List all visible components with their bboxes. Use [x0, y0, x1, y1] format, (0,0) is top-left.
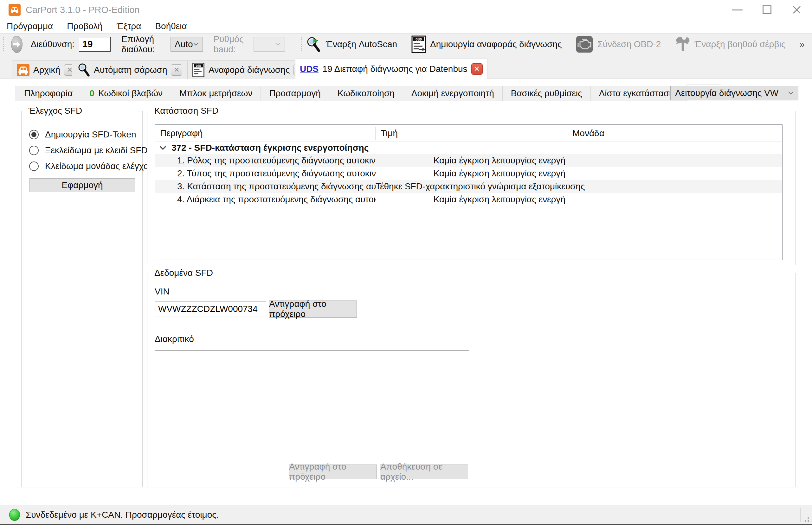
toolbar-overflow-chevron[interactable]: » [799, 39, 805, 50]
statusbar: Συνδεδεμένο με K+CAN. Προσαρμογέας έτοιμ… [0, 505, 812, 524]
connect-arrow-button[interactable] [11, 36, 23, 53]
sfd-status-legend: Κατάσταση SFD [152, 106, 221, 116]
tab-autoscan[interactable]: Αυτόματη σάρωση ✕ [72, 60, 187, 79]
statusbar-separator [800, 508, 801, 522]
service-assistant-button: Έναρξη βοηθού σέρβις [675, 35, 785, 53]
tab-home[interactable]: Αρχική ✕ [12, 60, 80, 79]
subtab-adaptation[interactable]: Προσαρμογή [261, 86, 329, 101]
chevron-down-icon [193, 42, 199, 46]
subtab-adaptation-label: Προσαρμογή [269, 88, 320, 99]
row-description: 4. Διάρκεια της προστατευόμενης διάγνωση… [155, 194, 376, 205]
subtab-coding[interactable]: Κωδικοποίηση [329, 86, 403, 101]
diagnosis-mode-value: Λειτουργία διάγνωσης VW [675, 88, 779, 98]
menu-help[interactable]: Βοήθεια [155, 21, 187, 31]
menu-view[interactable]: Προβολή [67, 21, 102, 31]
autoscan-button[interactable]: Έναρξη AutoScan [306, 36, 397, 52]
tab-autoscan-close-icon[interactable]: ✕ [171, 64, 182, 76]
tab-report[interactable]: OBD Αναφορά διάγνωσης ✕ [187, 60, 310, 79]
copy-token-button: Αντιγραφή στο πρόχειρο [289, 465, 377, 479]
radio-selected-icon [29, 130, 39, 139]
vin-input[interactable] [155, 301, 266, 317]
toolbar: Διεύθυνση: Επιλογή διαύλου: Auto Ρυθμός … [0, 33, 812, 55]
sfd-data-group: Δεδομένα SFD VIN Αντιγραφή στο πρόχειρο … [147, 273, 796, 487]
table-row[interactable]: 3. Κατάσταση της προστατευόμενης διάγνωσ… [155, 180, 782, 193]
tab-autoscan-label: Αυτόματη σάρωση [94, 65, 167, 75]
toolbar-grip [3, 37, 4, 51]
column-header-unit[interactable]: Μονάδα [567, 125, 782, 141]
subtab-info[interactable]: Πληροφορία [16, 86, 81, 101]
uds-tab-page: Πληροφορία 0Κωδικοί βλαβών Μπλοκ μετρήσε… [0, 79, 812, 505]
toolbar-separator [297, 36, 297, 53]
radio-icon [29, 146, 39, 155]
column-header-description[interactable]: Περιγραφή [155, 125, 376, 141]
svg-text:OBD: OBD [196, 64, 201, 68]
obd2-label: Σύνδεση OBD-2 [597, 39, 661, 49]
close-button[interactable] [782, 0, 812, 19]
maximize-icon [763, 5, 771, 14]
baud-select [253, 37, 285, 51]
baud-label: Ρυθμός baud: [214, 34, 249, 55]
tab-report-label: Αναφορά διάγνωσης [208, 65, 290, 75]
address-label: Διεύθυνση: [31, 39, 74, 49]
titlebar: CarPort 3.1.0 - PRO-Edition [0, 0, 812, 19]
magnifier-icon [77, 63, 90, 77]
car-icon [17, 64, 29, 76]
row-value: Καμία έγκριση λειτουργίας ενεργή [376, 155, 567, 166]
subtab-dtc[interactable]: 0Κωδικοί βλαβών [81, 86, 171, 101]
table-row[interactable]: 4. Διάρκεια της προστατευόμενης διάγνωση… [155, 193, 782, 206]
svg-text:OBD: OBD [416, 38, 422, 42]
diagnosis-mode-select[interactable]: Λειτουργία διάγνωσης VW [670, 86, 798, 100]
table-row[interactable]: 2. Τύπος της προστατευόμενης διάγνωσης α… [155, 167, 782, 180]
sfd-status-group: Κατάσταση SFD Περιγραφή Τιμή Μονάδα 372 … [147, 111, 796, 265]
radio-lock-control-unit-label: Κλείδωμα μονάδας ελέγχου [45, 161, 154, 171]
subtab-actuator-label: Δοκιμή ενεργοποιητή [411, 88, 494, 99]
row-description: 2. Τύπος της προστατευόμενης διάγνωσης α… [155, 168, 376, 179]
row-description: 3. Κατάσταση της προστατευόμενης διάγνωσ… [155, 181, 376, 192]
table-group-row-label: 372 - SFD-κατάσταση έγκρισης ενεργοποίησ… [172, 143, 368, 153]
radio-create-sfd-token-label: Δημιουργία SFD-Token [45, 130, 136, 140]
menu-extras[interactable]: Έξτρα [117, 21, 141, 31]
obd-report-icon: OBD [192, 62, 205, 78]
subtab-basic-settings[interactable]: Βασικές ρυθμίσεις [502, 86, 591, 101]
sfd-page-panel: Έλεγχος SFD Δημιουργία SFD-Token Ξεκλείδ… [13, 101, 799, 488]
tab-home-label: Αρχική [33, 65, 60, 75]
sfd-status-table[interactable]: Περιγραφή Τιμή Μονάδα 372 - SFD-κατάστασ… [155, 124, 783, 260]
subtab-measuring-blocks[interactable]: Μπλοκ μετρήσεων [171, 86, 261, 101]
table-group-row[interactable]: 372 - SFD-κατάσταση έγκρισης ενεργοποίησ… [155, 142, 782, 154]
radio-icon [29, 162, 39, 171]
channel-select-value: Auto [175, 39, 193, 49]
maximize-button[interactable] [752, 0, 782, 19]
main-tabstrip: Αρχική ✕ Αυτόματη σάρωση ✕ OBD Αναφορά δ… [0, 55, 812, 79]
radio-create-sfd-token[interactable]: Δημιουργία SFD-Token [29, 130, 136, 140]
obd-report-icon: OBD [411, 35, 426, 53]
row-value: Τέθηκε SFD-χαρακτηριστικό γνώρισμα εξατο… [376, 181, 567, 192]
copy-vin-button[interactable]: Αντιγραφή στο πρόχειρο [269, 300, 357, 318]
uds-badge: UDS [300, 64, 319, 74]
address-input[interactable] [79, 37, 111, 51]
column-header-value[interactable]: Τιμή [376, 125, 567, 141]
tab-uds-active[interactable]: UDS 19 Διεπαφή διάγνωσης για Datenbus ✕ [295, 59, 488, 79]
autoscan-magnifier-icon [306, 36, 322, 52]
menu-program[interactable]: Πρόγραμμα [7, 21, 53, 31]
channel-select[interactable]: Auto [171, 37, 203, 51]
subtab-blocks-label: Μπλοκ μετρήσεων [179, 88, 252, 99]
radio-lock-control-unit[interactable]: Κλείδωμα μονάδας ελέγχου [29, 161, 154, 171]
table-row[interactable]: 1. Ρόλος της προστατευόμενης διάγνωσης α… [155, 154, 782, 167]
sfd-control-legend: Έλεγχος SFD [26, 106, 85, 116]
resize-grip[interactable] [802, 515, 810, 523]
diagnostic-subtabs: Πληροφορία 0Κωδικοί βλαβών Μπλοκ μετρήσε… [16, 86, 721, 102]
tab-uds-close-icon[interactable]: ✕ [471, 63, 483, 75]
sfd-data-legend: Δεδομένα SFD [152, 268, 216, 278]
row-value: Καμία έγκριση λειτουργίας ενεργή [376, 168, 567, 179]
apply-button[interactable]: Εφαρμογή [29, 178, 135, 192]
app-window: CarPort 3.1.0 - PRO-Edition Πρόγραμμα Πρ… [0, 0, 812, 525]
status-text: Συνδεδεμένο με K+CAN. Προσαρμογέας έτοιμ… [26, 510, 219, 520]
minimize-button[interactable] [722, 0, 752, 19]
radio-unlock-sfd-key[interactable]: Ξεκλείδωμα με κλειδί SFD [29, 145, 148, 155]
subtab-coding-label: Κωδικοποίηση [337, 88, 395, 99]
connection-status-led-icon [9, 509, 20, 521]
subtab-actuator-test[interactable]: Δοκιμή ενεργοποιητή [403, 86, 503, 101]
token-textarea[interactable] [155, 350, 469, 462]
diagnosis-report-button[interactable]: OBD Δημιουργία αναφοράς διάγνωσης [411, 35, 562, 53]
window-title: CarPort 3.1.0 - PRO-Edition [26, 5, 140, 15]
